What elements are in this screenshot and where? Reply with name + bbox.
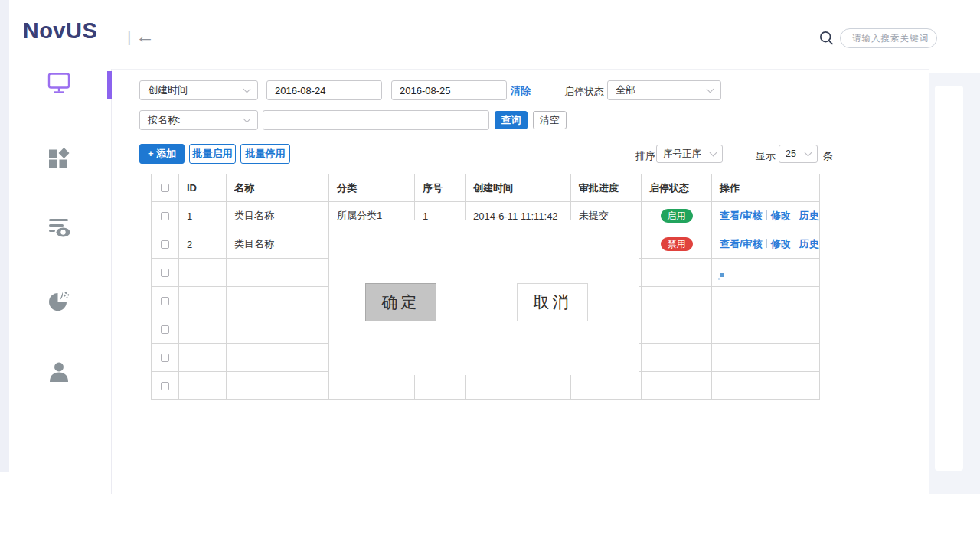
page-size-select-value: 25: [786, 148, 796, 159]
add-button[interactable]: + 添加: [139, 144, 185, 164]
column-header-category: 分类: [329, 174, 415, 202]
cell-actions: 查看/审核修改历史: [712, 202, 820, 230]
clear-dates-link[interactable]: 清除: [511, 84, 531, 98]
action-separator: [766, 210, 767, 220]
action-separator: [795, 210, 795, 220]
user-icon: [48, 361, 70, 383]
list-view-icon: [48, 217, 70, 237]
query-button[interactable]: 查询: [495, 111, 528, 129]
sidebar-item-dashboard[interactable]: [37, 142, 81, 173]
table-row-empty: [152, 372, 820, 400]
sort-select-value: 序号正序: [663, 148, 701, 161]
edit-link[interactable]: 修改: [771, 238, 791, 249]
search-input[interactable]: [841, 34, 936, 43]
column-header-approval: 审批进度: [571, 174, 642, 202]
display-label: 显示: [756, 149, 776, 163]
status-filter-label: 启停状态: [564, 85, 604, 99]
row-checkbox[interactable]: [161, 269, 169, 277]
row-checkbox[interactable]: [161, 212, 169, 220]
cell-actions: 查看/审核修改历史: [712, 230, 820, 259]
column-header-id: ID: [179, 174, 227, 202]
scrollbar-track: [929, 73, 980, 494]
page-size-select[interactable]: 25: [779, 145, 818, 163]
name-filter-select[interactable]: 按名称:: [139, 110, 258, 130]
cell-name: 类目名称: [227, 230, 329, 259]
action-separator: [766, 239, 767, 248]
cell-id: 2: [179, 230, 227, 259]
table-header-row: ID 名称 分类 序号 创建时间 审批进度 启停状态 操作: [152, 174, 820, 202]
select-all-checkbox[interactable]: [161, 184, 169, 192]
unit-label: 条: [823, 149, 833, 163]
column-header-actions: 操作: [712, 174, 820, 202]
date-to-input[interactable]: [391, 80, 507, 100]
reset-button[interactable]: 清空: [533, 111, 567, 129]
cell-name: 类目名称: [227, 202, 329, 230]
sidebar-item-monitor[interactable]: [37, 67, 81, 98]
keyword-input[interactable]: [263, 110, 489, 130]
cell-status: 禁用: [642, 230, 712, 259]
pie-chart-icon: [47, 290, 70, 313]
date-type-select-value: 创建时间: [148, 83, 188, 97]
status-badge: 禁用: [661, 237, 693, 251]
history-link[interactable]: 历史: [799, 210, 819, 221]
sidebar-item-list-view[interactable]: [37, 212, 81, 243]
chevron-down-icon: [243, 85, 251, 93]
date-from-input[interactable]: [266, 80, 382, 100]
sidebar-item-reports[interactable]: [37, 286, 81, 317]
chevron-down-icon: [805, 148, 812, 156]
monitor-icon: [47, 72, 71, 94]
batch-enable-button[interactable]: 批量启用: [189, 144, 236, 164]
scrollbar-thumb[interactable]: [935, 86, 963, 471]
history-link[interactable]: 历史: [799, 238, 819, 249]
column-header-name: 名称: [227, 174, 329, 202]
chevron-down-icon: [707, 85, 714, 93]
column-header-status: 启停状态: [642, 174, 712, 202]
dashboard-icon: [48, 148, 70, 168]
search-icon[interactable]: [819, 31, 835, 46]
global-search-field[interactable]: [840, 28, 937, 48]
sort-select[interactable]: 序号正序: [656, 145, 723, 163]
back-arrow-icon[interactable]: ←: [136, 25, 155, 47]
logo: NovUS: [9, 18, 111, 44]
header-divider: [112, 69, 929, 70]
edit-link[interactable]: 修改: [771, 210, 791, 221]
column-header-seq: 序号: [415, 174, 466, 202]
row-checkbox[interactable]: [161, 382, 169, 390]
header-separator: |: [127, 28, 131, 46]
status-badge: 启用: [661, 209, 693, 223]
left-edge-strip: [0, 0, 9, 472]
header-checkbox-cell: [152, 174, 179, 202]
confirm-dialog: 确定 取消: [329, 220, 639, 375]
cancel-button[interactable]: 取消: [517, 283, 588, 321]
sidebar-active-indicator: [107, 71, 112, 99]
column-header-created: 创建时间: [466, 174, 571, 202]
date-type-select[interactable]: 创建时间: [139, 80, 258, 100]
view-audit-link[interactable]: 查看/审核: [720, 238, 763, 249]
sidebar-item-users[interactable]: [37, 357, 81, 387]
row-checkbox[interactable]: [161, 325, 169, 334]
view-audit-link[interactable]: 查看/审核: [720, 210, 763, 221]
cell-status: 启用: [642, 202, 712, 230]
status-select-value: 全部: [616, 83, 635, 97]
name-filter-select-value: 按名称:: [148, 113, 181, 127]
action-separator: [795, 239, 795, 248]
sort-label: 排序: [635, 149, 655, 163]
cell-id: 1: [179, 202, 227, 230]
cell-actions: [712, 259, 820, 287]
app-window: NovUS: [0, 0, 980, 551]
batch-disable-button[interactable]: 批量停用: [240, 144, 290, 164]
sidebar-divider: [111, 69, 112, 494]
row-checkbox[interactable]: [161, 240, 169, 249]
chevron-down-icon: [710, 148, 717, 156]
chevron-down-icon: [243, 115, 251, 122]
row-checkbox[interactable]: [161, 354, 169, 362]
confirm-button[interactable]: 确定: [365, 283, 436, 321]
row-checkbox[interactable]: [161, 297, 169, 305]
status-select[interactable]: 全部: [607, 80, 721, 100]
